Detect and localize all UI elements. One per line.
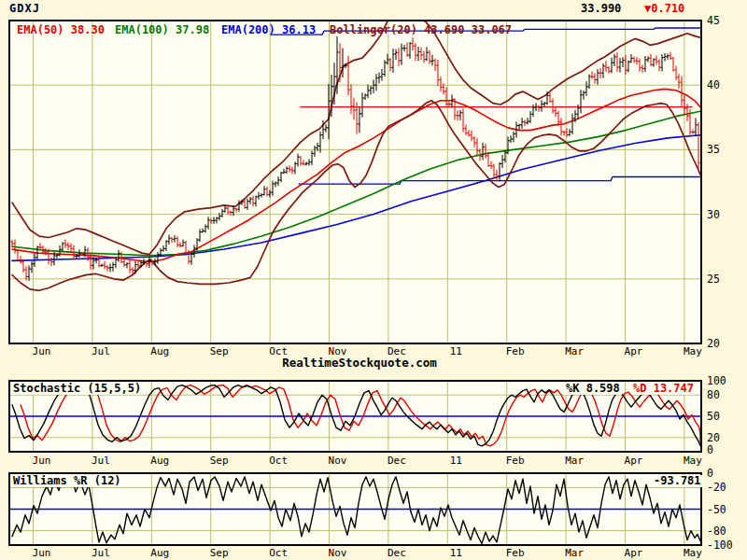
y-tick-label: 20 bbox=[707, 431, 720, 444]
x-tick-label: Aug bbox=[150, 455, 169, 467]
x-tick-label: Apr bbox=[625, 455, 643, 467]
x-tick-label: Feb bbox=[506, 455, 525, 467]
symbol-title: GDXJ bbox=[9, 3, 40, 15]
x-tick-label: May bbox=[684, 547, 702, 559]
stock-quote-chart-page: JunJulAugSepOctNovDec11FebMarAprMay20253… bbox=[0, 0, 747, 560]
y-tick-label: -20 bbox=[707, 481, 726, 494]
x-tick-label: Jun bbox=[33, 345, 51, 357]
x-tick-label: Aug bbox=[150, 547, 169, 559]
williams-panel-title: Williams %R (12) bbox=[11, 475, 123, 487]
legend-ema200: EMA(200) 36.13 bbox=[221, 24, 316, 36]
x-tick-label: Sep bbox=[210, 547, 229, 559]
y-tick-label: 80 bbox=[707, 388, 720, 401]
x-tick-label: Feb bbox=[506, 345, 525, 357]
x-tick-label: Dec bbox=[388, 547, 406, 559]
x-tick-label: Jul bbox=[92, 345, 110, 357]
y-tick-label: 0 bbox=[707, 443, 713, 456]
x-tick-label: Aug bbox=[150, 345, 169, 357]
y-tick-label: 100 bbox=[707, 374, 726, 387]
x-tick-label: 11 bbox=[450, 547, 462, 559]
x-tick-label: Sep bbox=[210, 345, 229, 357]
y-tick-label: 50 bbox=[707, 410, 720, 423]
x-tick-label: May bbox=[684, 345, 702, 357]
y-tick-label: -100 bbox=[707, 539, 733, 552]
stochastic-panel-title: Stochastic (15,5,5) bbox=[11, 383, 143, 395]
x-tick-label: Jul bbox=[92, 455, 110, 467]
y-tick-label: 40 bbox=[707, 78, 720, 91]
x-tick-label: Jul bbox=[92, 547, 110, 559]
x-tick-label: Oct bbox=[269, 455, 288, 467]
x-tick-label: Mar bbox=[565, 547, 584, 559]
y-tick-label: 45 bbox=[707, 14, 720, 27]
williams-value: -93.781 bbox=[652, 475, 703, 487]
legend-ema100: EMA(100) 37.98 bbox=[115, 24, 209, 36]
x-tick-label: 11 bbox=[450, 455, 462, 467]
x-tick-label: Sep bbox=[210, 455, 229, 467]
main-price-chart: JunJulAugSepOctNovDec11FebMarAprMay bbox=[9, 17, 702, 357]
x-tick-label: Mar bbox=[565, 345, 584, 357]
x-tick-label: Oct bbox=[269, 547, 288, 559]
x-tick-label: Dec bbox=[388, 455, 406, 467]
x-tick-label: Mar bbox=[565, 455, 584, 467]
y-tick-label: -80 bbox=[707, 525, 726, 538]
y-tick-label: 25 bbox=[707, 273, 720, 286]
stochastic-d-value: %D 13.747 bbox=[631, 383, 696, 395]
x-tick-label: Jun bbox=[33, 455, 51, 467]
x-tick-label: May bbox=[684, 455, 702, 467]
x-tick-label: Nov bbox=[329, 547, 347, 559]
y-tick-label: 20 bbox=[707, 337, 720, 350]
y-tick-label: 0 bbox=[707, 467, 713, 480]
watermark-site-name: RealtimeStockquote.com bbox=[238, 357, 481, 369]
y-tick-label: -50 bbox=[707, 503, 726, 516]
last-price: 33.990 bbox=[581, 3, 621, 15]
stochastic-k-value: %K 8.598 bbox=[564, 383, 622, 395]
x-tick-label: Nov bbox=[329, 455, 347, 467]
x-tick-label: Apr bbox=[625, 345, 643, 357]
legend-bollinger: Bollinger(20) 43.690 33.067 bbox=[330, 24, 512, 36]
x-tick-label: Jun bbox=[33, 547, 51, 559]
y-tick-label: 35 bbox=[707, 143, 720, 156]
x-tick-label: Apr bbox=[625, 547, 643, 559]
x-tick-label: Feb bbox=[506, 547, 525, 559]
y-tick-label: 30 bbox=[707, 208, 720, 221]
legend-ema50: EMA(50) 38.30 bbox=[17, 24, 105, 36]
price-change-badge: ▼0.710 bbox=[644, 3, 684, 15]
